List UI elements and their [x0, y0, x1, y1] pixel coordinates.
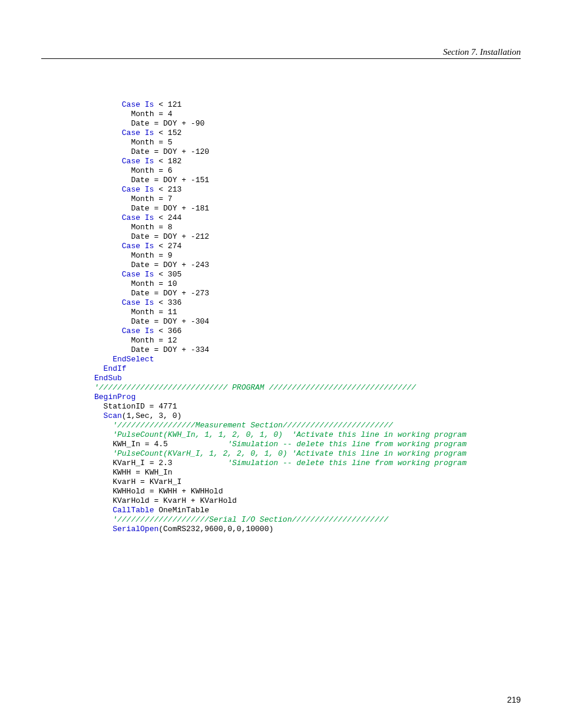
code-line: Case Is < 213 [94, 185, 521, 195]
code-line: BeginProg [94, 393, 521, 402]
code-text: KWHH = KWH_In [113, 468, 172, 477]
code-line: Case Is < 182 [94, 157, 521, 166]
code-line: Case Is < 336 [94, 298, 521, 308]
code-line: '/////////////////Measurement Section///… [94, 421, 521, 430]
code-text: KWH_In = 4.5 [113, 440, 227, 449]
keyword: BeginProg [94, 393, 135, 401]
code-text: OneMinTable [154, 506, 209, 515]
code-text: Month = 4 [131, 110, 172, 118]
code-line: Case Is < 274 [94, 242, 521, 251]
code-text: KVarHold = KvarH + KVarHold [113, 496, 237, 505]
comment: '/////////////////Measurement Section///… [113, 421, 393, 430]
code-line: Case Is < 244 [94, 213, 521, 223]
code-line: SerialOpen(ComRS232,9600,0,0,10000) [94, 525, 521, 534]
code-text: < 336 [154, 298, 181, 307]
code-line: Case Is < 366 [94, 327, 521, 336]
code-text: Date = DOY + -90 [131, 119, 204, 128]
keyword: SerialOpen [113, 525, 158, 533]
code-line: KvarH = KVarH_I [94, 477, 521, 487]
code-text: < 213 [154, 185, 181, 194]
code-text: Month = 10 [131, 279, 177, 288]
code-line: Date = DOY + -304 [94, 317, 521, 327]
code-text: Month = 5 [131, 138, 172, 147]
code-line: Month = 8 [94, 223, 521, 232]
code-text: Month = 11 [131, 308, 177, 317]
keyword: Scan [104, 411, 122, 420]
code-line: Date = DOY + -151 [94, 176, 521, 185]
code-text: Date = DOY + -304 [131, 317, 209, 326]
code-line: '////////////////////Serial I/O Section/… [94, 515, 521, 525]
code-text: Date = DOY + -151 [131, 176, 209, 185]
keyword: Case Is [122, 157, 154, 166]
code-line: Case Is < 152 [94, 129, 521, 138]
code-line: Month = 7 [94, 195, 521, 204]
code-text: KvarH = KVarH_I [113, 477, 181, 486]
code-text: < 244 [154, 213, 181, 222]
code-text: Month = 9 [131, 251, 172, 260]
code-line: EndSelect [94, 355, 521, 364]
code-text: < 305 [154, 270, 181, 279]
code-line: Date = DOY + -212 [94, 232, 521, 242]
comment: 'Simulation -- delete this line from wor… [227, 440, 467, 449]
keyword: Case Is [122, 298, 154, 307]
code-text: StationID = 4771 [104, 402, 177, 411]
code-line: Date = DOY + -273 [94, 289, 521, 298]
code-line: KWHHold = KWHH + KWHHold [94, 487, 521, 496]
code-line: EndIf [94, 364, 521, 374]
code-line: KVarH_I = 2.3 'Simulation -- delete this… [94, 459, 521, 468]
code-line: Month = 12 [94, 336, 521, 345]
section-header: Section 7. Installation [41, 47, 521, 57]
keyword: Case Is [122, 100, 154, 109]
code-text: < 182 [154, 157, 181, 166]
code-line: Case Is < 121 [94, 100, 521, 110]
code-line: 'PulseCount(KVarH_I, 1, 2, 2, 0, 1, 0) '… [94, 449, 521, 459]
page: Section 7. Installation Case Is < 121 Mo… [0, 0, 562, 728]
keyword: Case Is [122, 242, 154, 251]
code-listing: Case Is < 121 Month = 4 Date = DOY + -90… [94, 100, 521, 534]
code-line: Month = 6 [94, 166, 521, 176]
code-text: Date = DOY + -181 [131, 204, 209, 213]
code-text: Date = DOY + -212 [131, 232, 209, 241]
code-line: Case Is < 305 [94, 270, 521, 279]
code-line: Month = 4 [94, 110, 521, 119]
keyword: EndSelect [113, 355, 154, 364]
keyword: Case Is [122, 185, 154, 194]
code-text: < 121 [154, 100, 181, 109]
code-text: < 152 [154, 129, 181, 137]
code-text: Month = 12 [131, 336, 177, 345]
code-line: KVarHold = KvarH + KVarHold [94, 496, 521, 506]
code-text: Date = DOY + -273 [131, 289, 209, 298]
code-line: Date = DOY + -334 [94, 345, 521, 355]
code-text: KWHHold = KWHH + KWHHold [113, 487, 223, 496]
keyword: Case Is [122, 327, 154, 335]
code-line: Date = DOY + -243 [94, 261, 521, 270]
code-line: Date = DOY + -90 [94, 119, 521, 129]
code-text: Month = 7 [131, 195, 172, 203]
code-line: 'PulseCount(KWH_In, 1, 1, 2, 0, 1, 0) 'A… [94, 430, 521, 440]
comment: '////////////////////Serial I/O Section/… [113, 515, 388, 524]
keyword: Case Is [122, 129, 154, 137]
code-line: StationID = 4771 [94, 402, 521, 411]
code-text: < 366 [154, 327, 181, 335]
comment: 'PulseCount(KWH_In, 1, 1, 2, 0, 1, 0) 'A… [113, 430, 467, 439]
header-rule [41, 58, 521, 59]
code-line: EndSub [94, 374, 521, 383]
comment: 'Simulation -- delete this line from wor… [227, 459, 467, 467]
code-line: Month = 5 [94, 138, 521, 147]
code-line: Month = 10 [94, 279, 521, 289]
keyword: Case Is [122, 213, 154, 222]
keyword: Case Is [122, 270, 154, 279]
comment: '//////////////////////////// PROGRAM //… [94, 383, 416, 392]
code-text: Month = 8 [131, 223, 172, 232]
code-line: Scan(1,Sec, 3, 0) [94, 411, 521, 421]
code-text: (ComRS232,9600,0,0,10000) [158, 525, 273, 533]
keyword: EndSub [94, 374, 122, 383]
code-line: KWH_In = 4.5 'Simulation -- delete this … [94, 440, 521, 449]
code-line: Month = 9 [94, 251, 521, 261]
keyword: CallTable [113, 506, 154, 515]
code-line: KWHH = KWH_In [94, 468, 521, 477]
code-text: (1,Sec, 3, 0) [122, 411, 181, 420]
code-text: Date = DOY + -243 [131, 261, 209, 269]
code-text: Month = 6 [131, 166, 172, 175]
keyword: EndIf [104, 364, 127, 373]
